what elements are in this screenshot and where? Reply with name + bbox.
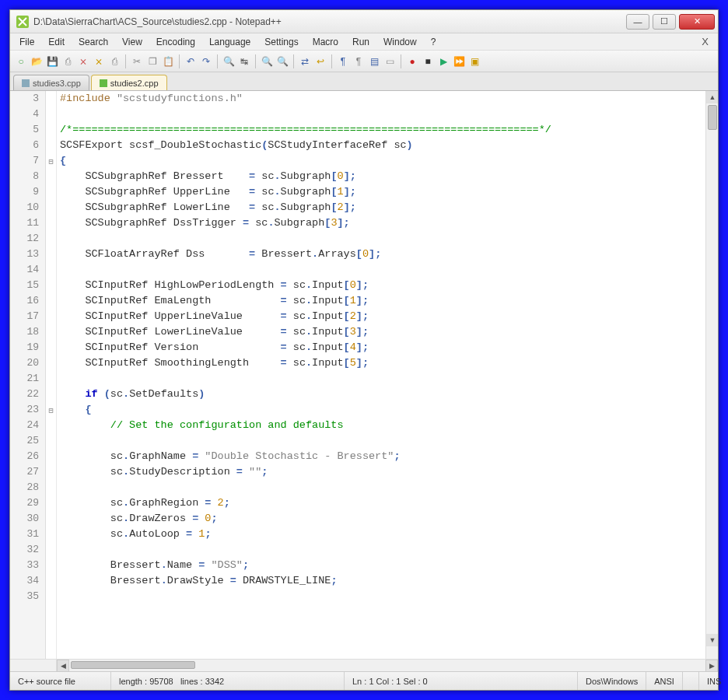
line-number[interactable]: 21	[10, 371, 45, 387]
fold-toggle[interactable]: ⊟	[46, 402, 56, 418]
line-number[interactable]: 10	[10, 200, 45, 215]
line-number[interactable]: 3	[10, 91, 45, 107]
new-icon[interactable]: ○	[15, 55, 27, 68]
tab-studies2cpp[interactable]: studies2.cpp	[91, 75, 167, 90]
line-number[interactable]: 11	[10, 215, 45, 231]
line-number[interactable]: 34	[10, 573, 45, 589]
paste-icon[interactable]: 📋	[162, 55, 174, 68]
line-number[interactable]: 7	[10, 153, 45, 169]
minimize-button[interactable]: —	[626, 14, 649, 30]
code-line[interactable]: sc.DrawZeros = 0;	[57, 511, 705, 527]
zoomin-icon[interactable]: 🔍	[261, 55, 273, 68]
line-number[interactable]: 27	[10, 464, 45, 480]
code-line[interactable]	[57, 262, 705, 278]
line-number[interactable]: 6	[10, 138, 45, 153]
code-area[interactable]: #include "scstudyfunctions.h"/*=========…	[57, 91, 705, 659]
editor[interactable]: 3456789101112131415161718192021222324252…	[10, 91, 718, 659]
code-line[interactable]: SCInputRef SmoothingLength = sc.Input[5]…	[57, 355, 705, 371]
close-icon[interactable]: ⨯	[77, 55, 89, 68]
code-line[interactable]: SCSubgraphRef Bressert = sc.Subgraph[0];	[57, 169, 705, 184]
maximize-button[interactable]: ☐	[653, 14, 676, 30]
code-line[interactable]: SCSubgraphRef DssTrigger = sc.Subgraph[3…	[57, 215, 705, 231]
code-line[interactable]: sc.StudyDescription = "";	[57, 464, 705, 480]
line-number[interactable]: 25	[10, 433, 45, 449]
code-line[interactable]	[57, 231, 705, 247]
code-line[interactable]: SCInputRef HighLowPeriodLength = sc.Inpu…	[57, 278, 705, 293]
redo-icon[interactable]: ↷	[200, 55, 212, 68]
code-line[interactable]: if (sc.SetDefaults)	[57, 387, 705, 402]
code-line[interactable]: SCInputRef EmaLength = sc.Input[1];	[57, 293, 705, 309]
line-number[interactable]: 8	[10, 169, 45, 184]
menu-edit[interactable]: Edit	[42, 35, 71, 49]
copy-icon[interactable]: ❐	[146, 55, 159, 68]
code-line[interactable]	[57, 107, 705, 122]
code-line[interactable]	[57, 589, 705, 604]
tab-studies3cpp[interactable]: studies3.cpp	[13, 75, 89, 90]
code-line[interactable]	[57, 371, 705, 387]
line-number[interactable]: 33	[10, 558, 45, 573]
menu-file[interactable]: File	[13, 35, 40, 49]
undo-icon[interactable]: ↶	[184, 55, 197, 68]
replace-icon[interactable]: ↹	[238, 55, 250, 68]
cut-icon[interactable]: ✂	[131, 55, 143, 68]
code-line[interactable]: SCFloatArrayRef Dss = Bressert.Arrays[0]…	[57, 247, 705, 262]
code-line[interactable]	[57, 480, 705, 495]
saveall-icon[interactable]: ⎙	[61, 55, 74, 68]
line-number[interactable]: 4	[10, 107, 45, 122]
code-line[interactable]: // Set the configuration and defaults	[57, 418, 705, 433]
line-number[interactable]: 30	[10, 511, 45, 527]
menu-encoding[interactable]: Encoding	[150, 35, 201, 49]
line-number[interactable]: 13	[10, 247, 45, 262]
line-number[interactable]: 31	[10, 527, 45, 542]
scroll-right-icon[interactable]: ▶	[705, 660, 718, 672]
code-line[interactable]: sc.GraphRegion = 2;	[57, 495, 705, 511]
line-number[interactable]: 22	[10, 387, 45, 402]
code-line[interactable]	[57, 542, 705, 558]
code-line[interactable]: {	[57, 153, 705, 169]
line-number[interactable]: 5	[10, 122, 45, 138]
stop-icon[interactable]: ■	[422, 55, 434, 68]
line-number[interactable]: 14	[10, 262, 45, 278]
print-icon[interactable]: ⎙	[108, 55, 121, 68]
code-line[interactable]: #include "scstudyfunctions.h"	[57, 91, 705, 107]
fold-gutter[interactable]: ⊟⊟	[46, 91, 57, 659]
code-line[interactable]: Bressert.DrawStyle = DRAWSTYLE_LINE;	[57, 573, 705, 589]
line-number[interactable]: 28	[10, 480, 45, 495]
savemacro-icon[interactable]: ▣	[468, 55, 481, 68]
closeall-icon[interactable]: ⨯	[93, 55, 105, 68]
line-number[interactable]: 32	[10, 542, 45, 558]
save-icon[interactable]: 💾	[46, 55, 58, 68]
play-icon[interactable]: ▶	[437, 55, 450, 68]
code-line[interactable]: {	[57, 402, 705, 418]
code-line[interactable]: sc.GraphName = "Double Stochastic - Bres…	[57, 449, 705, 464]
code-line[interactable]: SCInputRef LowerLineValue = sc.Input[3];	[57, 324, 705, 340]
menu-settings[interactable]: Settings	[258, 35, 304, 49]
line-number[interactable]: 29	[10, 495, 45, 511]
sync-icon[interactable]: ⇄	[299, 55, 311, 68]
line-number[interactable]: 18	[10, 324, 45, 340]
fold-toggle[interactable]: ⊟	[46, 153, 56, 169]
line-number[interactable]: 12	[10, 231, 45, 247]
line-number[interactable]: 9	[10, 184, 45, 200]
wordwrap-icon[interactable]: ¶	[337, 55, 349, 68]
code-line[interactable]: Bressert.Name = "DSS";	[57, 558, 705, 573]
line-number[interactable]: 17	[10, 309, 45, 324]
indent-icon[interactable]: ▤	[368, 55, 380, 68]
code-line[interactable]: SCInputRef Version = sc.Input[4];	[57, 340, 705, 355]
scroll-up-icon[interactable]: ▲	[706, 91, 718, 103]
close-button[interactable]: ✕	[679, 14, 715, 30]
open-icon[interactable]: 📂	[30, 55, 43, 68]
menu-[interactable]: ?	[425, 35, 443, 49]
code-line[interactable]: /*======================================…	[57, 122, 705, 138]
allchars-icon[interactable]: ¶	[352, 55, 365, 68]
find-icon[interactable]: 🔍	[222, 55, 235, 68]
menu-language[interactable]: Language	[203, 35, 257, 49]
scroll-down-icon[interactable]: ▼	[706, 634, 718, 646]
wrap-icon[interactable]: ↩	[314, 55, 327, 68]
fastplay-icon[interactable]: ⏩	[453, 55, 465, 68]
scroll-thumb-v[interactable]	[708, 105, 717, 130]
menu-view[interactable]: View	[116, 35, 149, 49]
line-number[interactable]: 35	[10, 589, 45, 604]
line-number[interactable]: 23	[10, 402, 45, 418]
code-line[interactable]	[57, 433, 705, 449]
